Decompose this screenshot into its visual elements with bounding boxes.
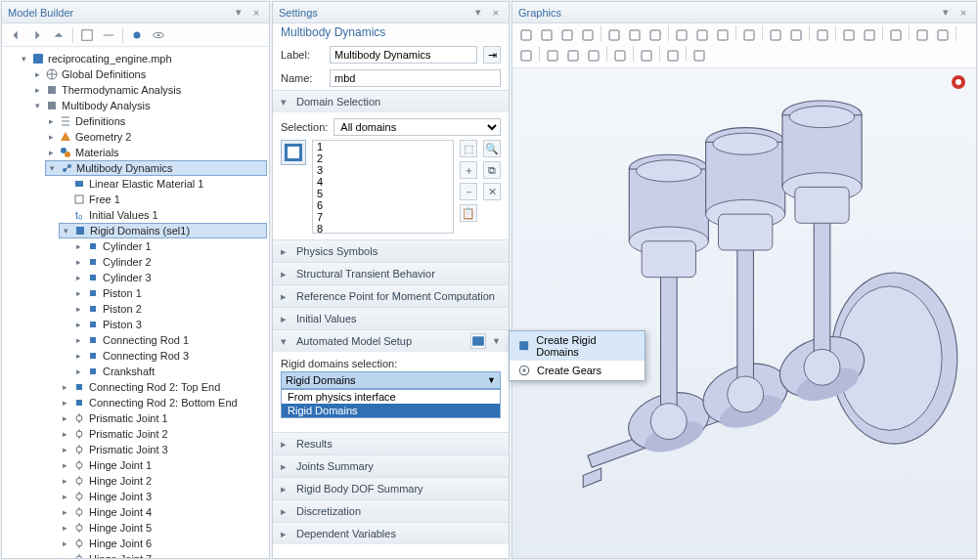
remove-icon[interactable]: － bbox=[460, 183, 477, 200]
tree-thermo-analysis[interactable]: ▸Thermodynamic Analysis bbox=[31, 82, 267, 98]
section-header[interactable]: ▸Discretization bbox=[273, 500, 509, 522]
yz-view-icon[interactable] bbox=[692, 25, 712, 45]
tree-hj3[interactable]: ▸Hinge Joint 3 bbox=[59, 489, 267, 504]
automated-setup-menu[interactable]: Create Rigid Domains Create Gears bbox=[509, 330, 645, 381]
tree-rigid-child[interactable]: ▸Cylinder 3 bbox=[72, 270, 267, 285]
tree-rigid-domains[interactable]: ▾Rigid Domains (sel1) bbox=[59, 223, 267, 238]
tree-rigid-child[interactable]: ▸Connecting Rod 1 bbox=[72, 332, 267, 348]
show-icon[interactable] bbox=[563, 46, 583, 65]
tree-rigid-child[interactable]: ▸Piston 1 bbox=[72, 285, 267, 301]
panel-menu-icon[interactable]: ▾ bbox=[471, 6, 485, 20]
section-header[interactable]: ▸Initial Values bbox=[273, 308, 509, 329]
tree-rod2-bottom[interactable]: ▸Connecting Rod 2: Bottom End bbox=[59, 395, 267, 410]
tree-rigid-child[interactable]: ▸Crankshaft bbox=[72, 364, 267, 379]
graphics-canvas[interactable] bbox=[512, 68, 976, 558]
tree-hj6[interactable]: ▸Hinge Joint 6 bbox=[59, 536, 267, 551]
tree-free[interactable]: Free 1 bbox=[59, 192, 267, 207]
measure-icon[interactable] bbox=[610, 46, 630, 65]
zoom-sel-icon[interactable]: 🔍 bbox=[483, 140, 501, 157]
lighting-icon[interactable] bbox=[886, 25, 906, 45]
tree-pj3[interactable]: ▸Prismatic Joint 3 bbox=[59, 442, 267, 457]
panel-menu-icon[interactable]: ▾ bbox=[939, 6, 953, 20]
section-header[interactable]: ▸Results bbox=[273, 433, 509, 454]
add-icon[interactable]: ＋ bbox=[460, 161, 477, 179]
paste-icon[interactable]: 📋 bbox=[460, 204, 477, 222]
tree-global-defs[interactable]: ▸Global Definitions bbox=[31, 66, 267, 82]
tree-multibody-dynamics[interactable]: ▾Multibody Dynamics bbox=[45, 160, 267, 176]
domain-list-item[interactable]: 1 bbox=[313, 141, 453, 152]
toggle-active-icon[interactable]: ⬚ bbox=[460, 140, 477, 157]
model-tree[interactable]: ▾reciprocating_engine.mph ▸Global Defini… bbox=[2, 47, 269, 558]
tree-rigid-child[interactable]: ▸Piston 2 bbox=[72, 301, 267, 317]
tree-rigid-child[interactable]: ▸Piston 3 bbox=[72, 317, 267, 332]
combo-option[interactable]: Rigid Domains bbox=[282, 404, 500, 417]
scene-light-icon[interactable] bbox=[813, 25, 832, 45]
section-header[interactable]: ▸Joints Summary bbox=[273, 455, 509, 477]
tree-geometry[interactable]: ▸Geometry 2 bbox=[45, 129, 267, 145]
domain-list[interactable]: 123456789 bbox=[312, 140, 454, 234]
record-icon[interactable] bbox=[663, 46, 683, 65]
axes-icon[interactable] bbox=[933, 25, 953, 45]
panel-close-icon[interactable]: × bbox=[489, 6, 503, 20]
collapse-icon[interactable] bbox=[99, 25, 118, 45]
twist-icon[interactable]: ▸ bbox=[33, 86, 42, 95]
setup-action-icon[interactable] bbox=[470, 333, 486, 349]
tree-multibody-analysis[interactable]: ▾Multibody Analysis bbox=[31, 98, 267, 113]
tree-pj2[interactable]: ▸Prismatic Joint 2 bbox=[59, 426, 267, 442]
zoom-extents-icon[interactable] bbox=[516, 25, 536, 45]
tree-rigid-child[interactable]: ▸Cylinder 2 bbox=[72, 254, 267, 270]
twist-icon[interactable]: ▾ bbox=[20, 55, 28, 64]
domain-list-item[interactable]: 6 bbox=[313, 199, 453, 211]
combo-option[interactable]: From physics interface bbox=[282, 390, 500, 404]
selection-combo[interactable]: All domains bbox=[333, 118, 501, 136]
panel-close-icon[interactable]: × bbox=[249, 6, 263, 20]
tree-initial-values[interactable]: t₀Initial Values 1 bbox=[59, 207, 267, 223]
copy-icon[interactable]: ⧉ bbox=[483, 161, 501, 179]
domain-list-item[interactable]: 3 bbox=[313, 164, 453, 176]
twist-icon[interactable]: ▸ bbox=[33, 70, 42, 79]
name-input[interactable] bbox=[330, 69, 501, 87]
tree-rigid-child[interactable]: ▸Cylinder 1 bbox=[72, 238, 267, 254]
domain-list-item[interactable]: 4 bbox=[313, 176, 453, 188]
tree-rigid-child[interactable]: ▸Connecting Rod 3 bbox=[72, 348, 267, 364]
tree-definitions[interactable]: ▸Definitions bbox=[45, 113, 267, 129]
domain-list-item[interactable]: 5 bbox=[313, 188, 453, 199]
domain-list-item[interactable]: 7 bbox=[313, 211, 453, 223]
setup-dropdown-icon[interactable]: ▼ bbox=[492, 336, 501, 346]
tree-materials[interactable]: ▸Materials bbox=[45, 145, 267, 160]
tree-hj2[interactable]: ▸Hinge Joint 2 bbox=[59, 473, 267, 489]
tree-lem[interactable]: Linear Elastic Material 1 bbox=[59, 176, 267, 192]
menu-create-rigid-domains[interactable]: Create Rigid Domains bbox=[510, 331, 645, 361]
show-icon[interactable] bbox=[127, 25, 147, 45]
print-icon[interactable] bbox=[839, 25, 859, 45]
xy-view-icon[interactable] bbox=[672, 25, 691, 45]
zoom-box-icon[interactable] bbox=[578, 25, 598, 45]
section-domain-selection[interactable]: ▾Domain Selection bbox=[273, 91, 509, 112]
expand-icon[interactable] bbox=[77, 25, 97, 45]
xz-view-icon[interactable] bbox=[713, 25, 733, 45]
image-icon[interactable] bbox=[860, 25, 879, 45]
panel-menu-icon[interactable]: ▾ bbox=[232, 6, 245, 20]
section-header[interactable]: ▸Rigid Body DOF Summary bbox=[273, 478, 509, 499]
section-header[interactable]: ▸Dependent Variables bbox=[273, 523, 509, 544]
domain-list-item[interactable]: 2 bbox=[313, 152, 453, 164]
pan-icon[interactable] bbox=[625, 25, 645, 45]
nav-up-icon[interactable] bbox=[49, 25, 68, 45]
nav-back-icon[interactable] bbox=[6, 25, 25, 45]
section-header[interactable]: ▸Reference Point for Moment Computation bbox=[273, 285, 509, 307]
grid-icon[interactable] bbox=[912, 25, 932, 45]
tree-hj4[interactable]: ▸Hinge Joint 4 bbox=[59, 504, 267, 520]
label-sync-icon[interactable]: ⇥ bbox=[483, 46, 501, 64]
section-header[interactable]: ▸Physics Symbols bbox=[273, 240, 509, 262]
eye-icon[interactable] bbox=[149, 25, 168, 45]
domain-list-item[interactable]: 8 bbox=[313, 223, 453, 234]
label-input[interactable] bbox=[330, 46, 477, 64]
tree-rod2-top[interactable]: ▸Connecting Rod 2: Top End bbox=[59, 379, 267, 395]
nav-fwd-icon[interactable] bbox=[27, 25, 47, 45]
zoom-out-icon[interactable] bbox=[557, 25, 577, 45]
clear-icon[interactable]: ⨯ bbox=[483, 183, 501, 200]
twist-icon[interactable]: ▾ bbox=[33, 102, 42, 110]
section-automated-setup[interactable]: ▾Automated Model Setup ▼ bbox=[273, 330, 509, 352]
tree-root[interactable]: ▾reciprocating_engine.mph bbox=[18, 51, 267, 66]
wireframe-icon[interactable] bbox=[786, 25, 806, 45]
